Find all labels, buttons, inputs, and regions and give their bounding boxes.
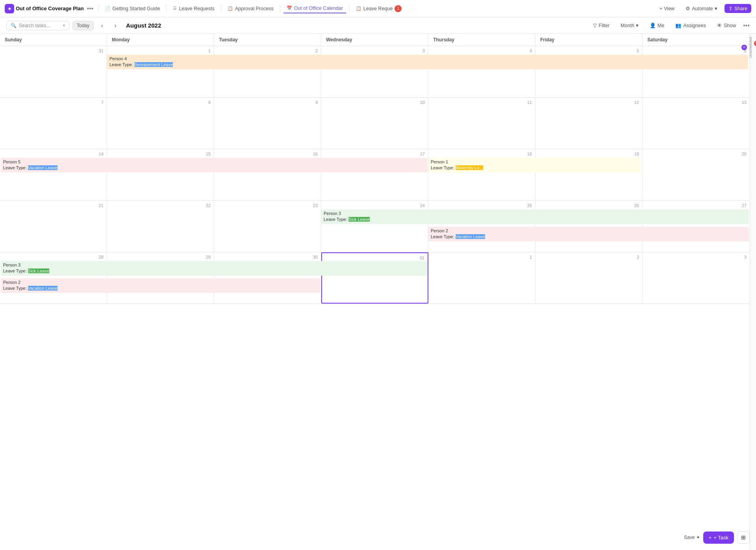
day-aug6: 6 (643, 46, 750, 97)
day-aug21: 21 (0, 201, 107, 252)
share-button[interactable]: ⇪ Share (724, 4, 751, 13)
me-label: Me (658, 23, 664, 28)
day-num-26: 26 (537, 202, 641, 209)
day-num-3: 3 (323, 48, 426, 54)
assignees-button[interactable]: 👥 Assignees (671, 21, 710, 30)
header-thursday: Thursday (428, 34, 536, 46)
event-person4-leave-label: Leave Type: Bereavement Leave (109, 62, 746, 68)
automate-icon: ⚙ (686, 6, 690, 11)
nav-divider-4 (280, 5, 280, 13)
nav-divider-2 (166, 5, 167, 13)
assignees-label: Assignees (683, 23, 706, 28)
sick-badge-p3-w5: Sick Leave (28, 269, 49, 273)
unscheduled-label: Unscheduled (749, 37, 752, 58)
day-num-sep1: 1 (430, 254, 534, 260)
bottom-bar: Save ✦ + + Task ⊞ (684, 531, 750, 544)
day-aug19: 19 (536, 149, 643, 200)
toolbar-right: ▽ Filter Month ▾ 👤 Me 👥 Assignees 👁 Show… (589, 21, 750, 30)
day-aug8: 8 (107, 98, 214, 149)
bereavement-badge: Bereavement Leave (134, 62, 173, 67)
event-person3-sick-w5[interactable]: Person 3 Leave Type: Sick Leave (1, 261, 428, 276)
event-person2-leave-label-w5: Leave Type: Vacation Leave (3, 285, 318, 291)
month-chevron-icon: ▾ (636, 22, 639, 28)
header-wednesday: Wednesday (321, 34, 428, 46)
day-aug3: 3 (321, 46, 428, 97)
event-person4-bereavement[interactable]: Person 4 Leave Type: Bereavement Leave (107, 55, 748, 69)
event-person3-leave-label-w5: Leave Type: Sick Leave (3, 268, 425, 274)
week-1-grid: 31 1 2 3 4 5 6 (0, 46, 750, 98)
event-person2-vacation-w4[interactable]: Person 2 Leave Type: Vacation Leave (428, 227, 749, 241)
add-task-button[interactable]: + + Task (703, 531, 734, 544)
unscheduled-badge: 0 (741, 44, 747, 50)
event-person3-name-w5: Person 3 (3, 262, 425, 268)
day-num-28: 28 (2, 254, 105, 260)
me-button[interactable]: 👤 Me (646, 21, 668, 30)
day-aug23: 23 (214, 201, 321, 252)
toolbar-more-icon[interactable]: ••• (743, 22, 750, 29)
top-nav: ★ Out of Office Coverage Plan ••• 📄 Gett… (0, 0, 756, 17)
filter-button[interactable]: ▽ Filter (589, 21, 613, 30)
day-num-sep3: 3 (644, 254, 748, 260)
tab-out-of-office-calendar[interactable]: 📅 Out of Office Calendar (284, 4, 346, 13)
event-person3-sick-w4[interactable]: Person 3 Leave Type: Sick Leave (321, 209, 749, 224)
grid-view-button[interactable]: ⊞ (737, 531, 750, 544)
day-aug31: 31 (321, 252, 428, 304)
day-sep3: 3 (643, 252, 750, 304)
overdue-badge: 4 (754, 41, 756, 46)
tab-getting-started[interactable]: 📄 Getting Started Guide (102, 4, 163, 13)
header-saturday: Saturday (643, 34, 750, 46)
show-button[interactable]: 👁 Show (713, 21, 740, 30)
day-num-7: 7 (2, 99, 105, 106)
day-aug25: 25 (428, 201, 536, 252)
tab-approval-process-label: Approval Process (235, 6, 274, 11)
assignees-icon: 👥 (675, 22, 682, 28)
day-num-14: 14 (2, 151, 105, 157)
automate-button[interactable]: ⚙ Automate ▾ (682, 4, 721, 13)
event-person1-maternity[interactable]: Person 1 Leave Type: Maternity Le... (428, 158, 641, 172)
day-sep2: 2 (536, 252, 643, 304)
day-num-10: 10 (323, 99, 426, 106)
prev-month-button[interactable]: ‹ (97, 20, 107, 31)
search-input[interactable]: 🔍 Search tasks... ▾ (6, 21, 69, 30)
header-monday: Monday (107, 34, 214, 46)
tab-leave-requests[interactable]: ☰ Leave Requests (170, 4, 217, 13)
day-aug2: 2 (214, 46, 321, 97)
filter-icon: ▽ (593, 22, 597, 28)
nav-divider-1 (98, 5, 98, 13)
search-placeholder: Search tasks... (19, 23, 50, 28)
view-button[interactable]: + View (656, 4, 678, 13)
tab-leave-reque[interactable]: 📋 Leave Reque 1 (353, 4, 405, 14)
month-label: Month (621, 23, 634, 28)
event-person2-vacation-w5[interactable]: Person 2 Leave Type: Vacation Leave (1, 278, 321, 293)
event-person5-name: Person 5 (3, 159, 425, 165)
day-num-15: 15 (109, 151, 212, 157)
share-icon: ⇪ (728, 6, 733, 11)
event-person5-leave-label: Leave Type: Vacation Leave (3, 165, 425, 171)
day-num-29: 29 (109, 254, 212, 260)
month-view-button[interactable]: Month ▾ (617, 21, 643, 30)
project-title: Out of Office Coverage Plan (16, 6, 84, 11)
week-2-grid: 7 8 9 10 11 12 13 (0, 98, 750, 149)
show-icon: 👁 (717, 23, 722, 28)
week-4: 21 22 23 24 25 26 27 Person 3 Leave Type… (0, 201, 750, 252)
calendar-toolbar: 🔍 Search tasks... ▾ Today ‹ › August 202… (0, 17, 756, 34)
vacation-badge-p5: Vacation Leave (28, 165, 57, 170)
project-more-icon[interactable]: ••• (87, 5, 94, 12)
next-month-button[interactable]: › (110, 20, 120, 31)
day-aug1: 1 (107, 46, 214, 97)
day-num-13: 13 (644, 99, 748, 106)
save-button[interactable]: Save ✦ (684, 535, 700, 540)
tab-approval-process[interactable]: 📋 Approval Process (224, 4, 277, 13)
today-button[interactable]: Today (72, 21, 94, 30)
vacation-badge-p2-w4: Vacation Leave (456, 234, 485, 239)
leave-reque-badge: 1 (395, 5, 402, 12)
leave-reque-icon: 📋 (356, 6, 361, 11)
day-num-27: 27 (644, 202, 748, 209)
grid-icon: ⊞ (741, 534, 746, 541)
day-aug20: 20 (643, 149, 750, 200)
day-aug10: 10 (321, 98, 428, 149)
day-aug15: 15 (107, 149, 214, 200)
event-person5-vacation[interactable]: Person 5 Leave Type: Vacation Leave (1, 158, 428, 172)
calendar-header: Sunday Monday Tuesday Wednesday Thursday… (0, 34, 750, 46)
tab-leave-reque-label: Leave Reque (363, 6, 393, 11)
